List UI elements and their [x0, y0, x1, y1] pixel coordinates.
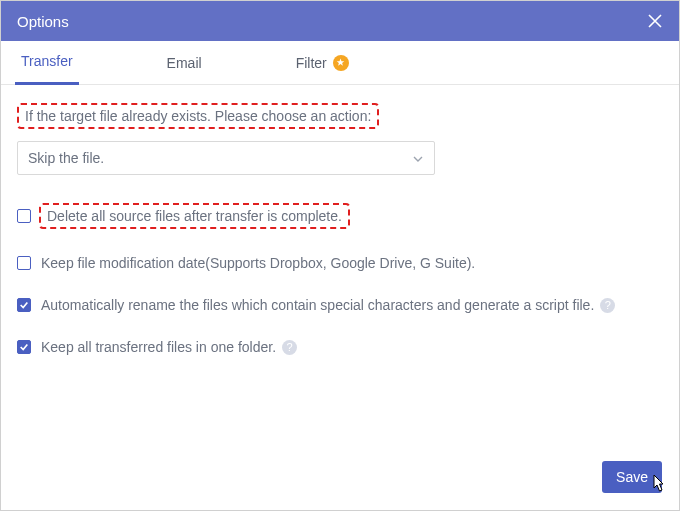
option-label: Keep all transferred files in one folder… — [41, 339, 276, 355]
intro-row: If the target file already exists. Pleas… — [17, 103, 663, 129]
option-label: Delete all source files after transfer i… — [39, 203, 350, 229]
tab-label: Filter — [296, 55, 327, 71]
select-value: Skip the file. — [28, 150, 104, 166]
tab-label: Email — [167, 55, 202, 71]
tab-content: If the target file already exists. Pleas… — [1, 85, 679, 355]
dialog-title: Options — [17, 13, 69, 30]
tab-bar: Transfer Email Filter — [1, 41, 679, 85]
star-icon — [333, 55, 349, 71]
tab-transfer[interactable]: Transfer — [15, 41, 79, 85]
option-delete-source: Delete all source files after transfer i… — [17, 203, 663, 229]
tab-filter[interactable]: Filter — [290, 41, 355, 85]
option-label: Automatically rename the files which con… — [41, 297, 594, 313]
tab-label: Transfer — [21, 53, 73, 69]
dialog-header: Options — [1, 1, 679, 41]
option-label: Keep file modification date(Supports Dro… — [41, 255, 475, 271]
option-one-folder: Keep all transferred files in one folder… — [17, 339, 663, 355]
checkbox-delete-source[interactable] — [17, 209, 31, 223]
intro-text: If the target file already exists. Pleas… — [17, 103, 379, 129]
help-icon[interactable]: ? — [282, 340, 297, 355]
tab-email[interactable]: Email — [161, 41, 208, 85]
save-button[interactable]: Save — [602, 461, 662, 493]
checkbox-one-folder[interactable] — [17, 340, 31, 354]
help-icon[interactable]: ? — [600, 298, 615, 313]
close-icon[interactable] — [647, 13, 663, 29]
option-keep-mod-date: Keep file modification date(Supports Dro… — [17, 255, 663, 271]
conflict-action-select[interactable]: Skip the file. — [17, 141, 435, 175]
checkbox-keep-mod-date[interactable] — [17, 256, 31, 270]
option-auto-rename: Automatically rename the files which con… — [17, 297, 663, 313]
checkbox-auto-rename[interactable] — [17, 298, 31, 312]
chevron-down-icon — [412, 152, 424, 164]
